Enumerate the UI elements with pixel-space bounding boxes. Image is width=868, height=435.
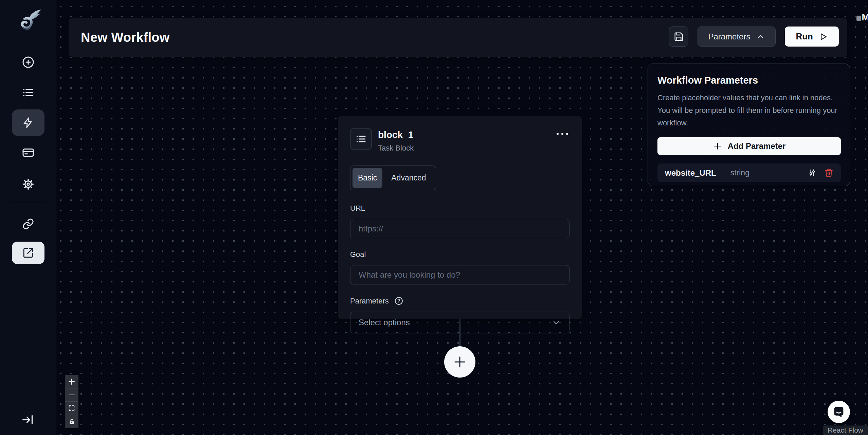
- block-type-label: Task Block: [378, 144, 414, 153]
- run-label: Run: [796, 31, 813, 42]
- lightning-icon: [22, 117, 34, 128]
- parameter-type: string: [730, 168, 749, 177]
- sidebar-item-integrations[interactable]: [22, 218, 34, 230]
- goal-field-label: Goal: [350, 250, 569, 259]
- sidebar-item-settings[interactable]: [22, 178, 34, 190]
- chevron-down-icon: [551, 318, 561, 327]
- tab-advanced[interactable]: Advanced: [384, 168, 433, 188]
- plus-circle-icon: [22, 56, 34, 68]
- clipped-blob: [856, 16, 861, 21]
- block-mode-tabs: Basic Advanced: [350, 166, 436, 190]
- workflow-parameters-panel: Workflow Parameters Create placeholder v…: [648, 64, 850, 186]
- zoom-out-button[interactable]: [65, 388, 78, 402]
- chat-widget-button[interactable]: [828, 401, 850, 423]
- header-actions: Parameters Run: [669, 27, 839, 47]
- parameters-field-label: Parameters: [350, 297, 389, 306]
- credit-card-icon: [22, 146, 34, 159]
- parameters-field-row: Parameters: [350, 296, 569, 306]
- plus-icon: [452, 354, 468, 370]
- panel-title: Workflow Parameters: [657, 75, 840, 86]
- panel-description: Create placeholder values that you can l…: [657, 91, 843, 129]
- sidebar: [0, 0, 56, 435]
- sidebar-item-create[interactable]: [22, 56, 34, 68]
- add-parameter-button[interactable]: Add Parameter: [657, 137, 841, 155]
- app-logo[interactable]: [14, 8, 42, 36]
- dragon-logo-icon: [14, 8, 42, 36]
- parameters-toggle-label: Parameters: [708, 32, 750, 41]
- page-title: New Workflow: [81, 30, 169, 45]
- sidebar-item-share[interactable]: [12, 242, 44, 264]
- play-icon: [818, 32, 828, 41]
- block-header: block_1 Task Block: [350, 128, 569, 153]
- plus-icon: [713, 141, 722, 151]
- attribution-label: React Flow: [828, 426, 863, 434]
- clipped-text: M: [862, 12, 868, 23]
- block-titles: block_1 Task Block: [378, 128, 414, 153]
- save-icon: [674, 32, 684, 42]
- help-circle-icon[interactable]: [394, 296, 403, 306]
- sidebar-item-workflows[interactable]: [12, 109, 44, 136]
- url-input[interactable]: [350, 219, 569, 238]
- fit-view-icon: [68, 404, 75, 412]
- list-icon: [356, 134, 366, 144]
- sliders-icon[interactable]: [808, 168, 817, 177]
- sidebar-divider: [10, 202, 46, 202]
- arrow-right-to-line-icon: [21, 413, 34, 426]
- add-parameter-label: Add Parameter: [728, 141, 786, 151]
- parameters-select[interactable]: Select options: [350, 312, 569, 333]
- task-block-node: block_1 Task Block Basic Advanced URL Go…: [338, 116, 582, 319]
- list-icon: [22, 86, 34, 99]
- gear-icon: [22, 178, 34, 190]
- goal-input[interactable]: [350, 265, 569, 284]
- parameters-select-placeholder: Select options: [359, 318, 410, 327]
- react-flow-attribution[interactable]: React Flow: [823, 425, 868, 435]
- zoom-out-icon: [68, 391, 76, 399]
- chevron-up-icon: [756, 32, 765, 41]
- block-drag-handle[interactable]: [350, 128, 372, 150]
- parameters-toggle-button[interactable]: Parameters: [698, 27, 776, 47]
- chat-bubble-icon: [832, 405, 846, 419]
- workflow-header: New Workflow Parameters Run: [69, 18, 847, 57]
- add-node-button[interactable]: [444, 346, 475, 378]
- save-button[interactable]: [669, 27, 688, 47]
- clipped-element: M: [856, 12, 868, 23]
- zoom-in-icon: [68, 378, 76, 386]
- sidebar-collapse-button[interactable]: [21, 413, 34, 426]
- ellipsis-dot: [561, 133, 563, 135]
- tab-basic[interactable]: Basic: [352, 168, 382, 188]
- sidebar-item-runs[interactable]: [22, 86, 34, 99]
- url-field-label: URL: [350, 204, 569, 213]
- unlock-icon: [68, 418, 75, 425]
- run-button[interactable]: Run: [785, 27, 839, 47]
- canvas-controls: [65, 375, 78, 428]
- block-menu-button[interactable]: [555, 128, 569, 140]
- parameter-row: website_URL string: [657, 163, 841, 182]
- zoom-in-button[interactable]: [65, 375, 78, 388]
- link-icon: [22, 218, 34, 230]
- fit-view-button[interactable]: [65, 402, 78, 415]
- parameter-actions: [808, 168, 833, 177]
- workflow-builder-app: New Workflow Parameters Run: [0, 0, 868, 435]
- lock-toggle-button[interactable]: [65, 415, 78, 428]
- ellipsis-dot: [557, 133, 559, 135]
- external-link-icon: [22, 247, 34, 259]
- ellipsis-dot: [566, 133, 568, 135]
- sidebar-item-billing[interactable]: [22, 146, 34, 159]
- parameter-key: website_URL: [665, 168, 716, 178]
- trash-icon[interactable]: [824, 168, 833, 177]
- block-name: block_1: [378, 129, 414, 140]
